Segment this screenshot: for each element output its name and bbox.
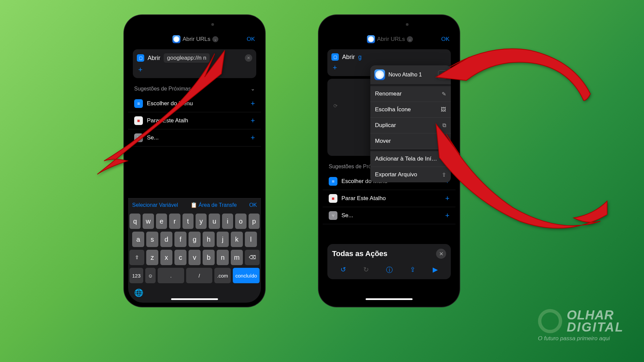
add-icon[interactable]: +: [251, 116, 255, 125]
notch: [359, 19, 419, 30]
clipboard-button[interactable]: 📋 Área de Transfe: [191, 202, 237, 208]
brand-line1: OLHAR: [567, 309, 624, 321]
key-w[interactable]: w: [143, 214, 154, 229]
keyboard-toolbar: Selecionar Variável 📋 Área de Transfe OK: [128, 198, 261, 212]
ok-button[interactable]: OK: [247, 36, 255, 43]
key-r[interactable]: r: [169, 214, 180, 229]
key-g[interactable]: g: [189, 232, 201, 247]
key-n[interactable]: n: [217, 250, 229, 265]
slash-key[interactable]: /: [186, 268, 212, 283]
add-icon[interactable]: +: [251, 99, 255, 108]
notch: [164, 19, 225, 30]
key-b[interactable]: b: [203, 250, 215, 265]
action-verb: Abrir: [342, 54, 355, 61]
brand-line2: DIGITAL: [567, 321, 624, 333]
key-i[interactable]: i: [222, 214, 233, 229]
key-m[interactable]: m: [231, 250, 243, 265]
branch-icon: ⑂: [329, 211, 337, 220]
home-indicator[interactable]: [171, 298, 218, 300]
keyboard[interactable]: qwertyuiop asdfghjkl ⇧ zxcvbnm ⌫ 123 ☺ .…: [128, 212, 261, 303]
key-j[interactable]: j: [217, 232, 229, 247]
clear-icon[interactable]: ✕: [245, 54, 252, 62]
key-l[interactable]: l: [245, 232, 257, 247]
info-icon[interactable]: ⓘ: [386, 265, 393, 275]
key-v[interactable]: v: [189, 250, 201, 265]
logo-circle-icon: [538, 309, 562, 333]
key-h[interactable]: h: [203, 232, 215, 247]
emoji-key[interactable]: ☺: [145, 268, 156, 283]
numbers-key[interactable]: 123: [129, 268, 143, 283]
key-t[interactable]: t: [182, 214, 194, 229]
key-x[interactable]: x: [160, 250, 172, 265]
play-icon[interactable]: ▶: [433, 265, 438, 275]
add-icon[interactable]: +: [251, 133, 255, 142]
key-z[interactable]: z: [146, 250, 158, 265]
safari-icon: [374, 69, 385, 80]
key-u[interactable]: u: [209, 214, 220, 229]
key-c[interactable]: c: [174, 250, 186, 265]
key-s[interactable]: s: [146, 232, 158, 247]
done-key[interactable]: concluído: [233, 268, 260, 283]
select-variable-button[interactable]: Selecionar Variável: [132, 202, 178, 208]
key-d[interactable]: d: [160, 232, 172, 247]
watermark: OLHAR DIGITAL O futuro passa primeiro aq…: [538, 309, 624, 342]
chevron-down-icon: ⌄: [407, 36, 413, 42]
stop-icon: ■: [329, 194, 337, 203]
shortcut-name: Novo Atalho 1: [388, 72, 422, 78]
arrow-annotation-top-right: [423, 34, 597, 122]
share-icon[interactable]: ⇪: [410, 265, 416, 275]
menu-icon: ≡: [329, 177, 337, 186]
key-y[interactable]: y: [196, 214, 207, 229]
arrow-annotation-bottom-right: [426, 114, 614, 249]
key-q[interactable]: q: [129, 214, 141, 229]
shift-key[interactable]: ⇧: [129, 250, 144, 265]
key-o[interactable]: o: [235, 214, 246, 229]
key-a[interactable]: a: [132, 232, 144, 247]
backspace-key[interactable]: ⌫: [245, 250, 260, 265]
title-text: Abrir URLs: [377, 36, 405, 43]
panel-title: Todas as Ações: [332, 249, 387, 258]
arrow-annotation-left: [87, 40, 241, 196]
brand-tagline: O futuro passa primeiro aqui: [538, 335, 624, 342]
safari-icon: [367, 35, 375, 43]
undo-icon[interactable]: ↺: [340, 265, 346, 275]
bottom-toolbar: ↺ ↻ ⓘ ⇪ ▶: [332, 265, 446, 275]
key-f[interactable]: f: [174, 232, 186, 247]
redo-icon: ↻: [363, 265, 369, 275]
action-app-icon: ▢: [331, 53, 339, 61]
shortcut-title: Abrir URLs ⌄: [367, 35, 413, 43]
key-p[interactable]: p: [249, 214, 260, 229]
chevron-down-icon: ⌄: [251, 85, 255, 92]
kb-ok-button[interactable]: OK: [249, 202, 257, 208]
globe-key[interactable]: 🌐: [129, 286, 260, 300]
url-input[interactable]: g: [358, 54, 362, 61]
dotcom-key[interactable]: .com: [214, 268, 231, 283]
key-k[interactable]: k: [231, 232, 243, 247]
close-icon[interactable]: ✕: [436, 249, 446, 259]
dot-key[interactable]: .: [158, 268, 184, 283]
key-e[interactable]: e: [156, 214, 167, 229]
home-indicator[interactable]: [366, 298, 413, 300]
